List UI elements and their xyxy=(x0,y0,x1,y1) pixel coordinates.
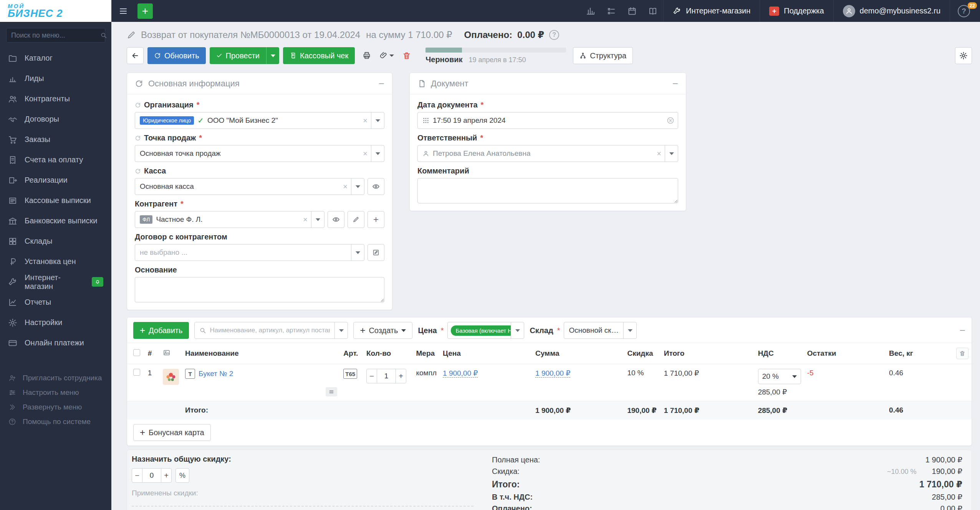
sidebar-item-contractors[interactable]: Контрагенты xyxy=(0,89,111,109)
attachments-button[interactable] xyxy=(379,47,395,64)
view-cashbox-button[interactable] xyxy=(368,178,384,195)
page-help-icon[interactable]: ? xyxy=(549,30,559,40)
update-button[interactable]: Обновить xyxy=(147,47,206,64)
sidebar-footer-invite[interactable]: Пригласить сотрудника xyxy=(0,371,111,385)
warehouse-value: Основной склад xyxy=(569,326,619,335)
bonus-card-button[interactable]: + Бонусная карта xyxy=(133,424,211,441)
dropdown-caret[interactable] xyxy=(351,178,364,195)
qty-plus-button[interactable]: + xyxy=(396,369,406,383)
sidebar-item-warehouses[interactable]: Склады xyxy=(0,231,111,251)
discount-input[interactable] xyxy=(142,468,161,483)
status-progress-bar[interactable] xyxy=(425,48,566,53)
sidebar-search-input[interactable] xyxy=(11,31,100,40)
app-logo[interactable]: МОЙ БИЗНЕС 2 xyxy=(0,0,111,22)
product-name-link[interactable]: Букет № 2 xyxy=(199,370,233,378)
sidebar-item-catalog[interactable]: Каталог xyxy=(0,48,111,68)
price-link[interactable]: 1 900,00 ₽ xyxy=(443,369,478,378)
sidebar-item-invoices[interactable]: Счета на оплату xyxy=(0,150,111,170)
open-contract-button[interactable] xyxy=(368,244,384,261)
collapse-button[interactable]: − xyxy=(379,79,384,89)
warehouse-select[interactable]: Основной склад xyxy=(564,322,637,339)
cashbox-value: Основная касса xyxy=(140,182,194,191)
discount-plus-button[interactable]: + xyxy=(161,468,172,483)
sidebar-item-leads[interactable]: Лиды xyxy=(0,68,111,89)
delete-rows-button[interactable] xyxy=(956,348,968,359)
qty-input[interactable] xyxy=(377,369,396,383)
post-button[interactable]: Провести xyxy=(210,47,266,64)
sidebar-item-cash-statements[interactable]: Кассовые выписки xyxy=(0,190,111,211)
sidebar-footer-configure-menu[interactable]: Настроить меню xyxy=(0,385,111,400)
user-menu[interactable]: demo@mybusiness2.ru xyxy=(833,0,950,22)
add-product-button[interactable]: + Добавить xyxy=(133,322,189,339)
organization-select[interactable]: Юридическое лицо ✓ ООО "Мой Бизнес 2" × xyxy=(135,112,384,129)
product-thumbnail[interactable] xyxy=(163,369,179,385)
view-contractor-button[interactable] xyxy=(328,211,344,228)
tasks-icon[interactable] xyxy=(601,0,622,22)
vat-rate-select[interactable]: 20 % xyxy=(758,369,801,384)
sidebar-item-contracts[interactable]: Договоры xyxy=(0,109,111,129)
discount-minus-button[interactable]: − xyxy=(132,468,142,483)
sidebar-item-reports[interactable]: Отчеты xyxy=(0,292,111,312)
clear-icon[interactable]: × xyxy=(339,182,351,191)
cashbox-select[interactable]: Основная касса × xyxy=(135,178,364,195)
sidebar-item-orders[interactable]: Заказы xyxy=(0,129,111,150)
contract-select[interactable]: не выбрано ... xyxy=(135,244,364,261)
print-button[interactable] xyxy=(359,47,375,64)
dropdown-caret[interactable] xyxy=(623,322,636,338)
receipt-button[interactable]: Кассовый чек xyxy=(283,47,355,64)
quick-add-button[interactable]: + xyxy=(137,3,153,19)
sidebar-item-sales[interactable]: Реализации xyxy=(0,170,111,190)
knowledge-base-icon[interactable] xyxy=(642,0,663,22)
select-all-checkbox[interactable] xyxy=(133,349,140,356)
sidebar-footer-help[interactable]: Помощь по системе xyxy=(0,414,111,429)
dropdown-caret[interactable] xyxy=(334,322,348,338)
integrations-button[interactable] xyxy=(955,47,972,64)
dropdown-caret[interactable] xyxy=(665,145,678,162)
clear-icon[interactable]: × xyxy=(653,149,665,158)
clear-circle-icon[interactable] xyxy=(663,117,678,124)
post-dropdown-button[interactable] xyxy=(266,47,279,64)
sidebar-footer-expand-menu[interactable]: Развернуть меню xyxy=(0,400,111,414)
dropdown-caret[interactable] xyxy=(511,322,524,338)
responsible-select[interactable]: Петрова Елена Анатольевна × xyxy=(417,145,678,162)
structure-button[interactable]: Структура xyxy=(573,47,633,64)
collapse-button[interactable]: − xyxy=(672,79,678,89)
internet-shop-topbar-link[interactable]: Интернет-магазин xyxy=(663,0,760,22)
sidebar-item-online-store[interactable]: Интернет-магазин xyxy=(0,272,111,292)
price-type-select[interactable]: Базовая (включает НДС) xyxy=(447,322,524,339)
basis-textarea[interactable] xyxy=(135,277,384,302)
sidebar-item-settings[interactable]: Настройки xyxy=(0,312,111,333)
support-link[interactable]: + Поддержка xyxy=(760,0,833,22)
delete-button[interactable] xyxy=(399,47,415,64)
sales-point-select[interactable]: Основная точка продаж × xyxy=(135,145,384,162)
dropdown-caret[interactable] xyxy=(311,211,324,228)
comment-textarea[interactable] xyxy=(417,178,678,203)
edit-contractor-button[interactable] xyxy=(348,211,364,228)
row-checkbox[interactable] xyxy=(133,369,140,376)
discount-percent-button[interactable]: % xyxy=(175,468,189,483)
document-date-input[interactable]: 17:50 19 апреля 2024 xyxy=(417,112,678,129)
sidebar-item-online-payments[interactable]: Онлайн платежи xyxy=(0,333,111,353)
calendar-icon[interactable] xyxy=(622,0,642,22)
grid-dots-icon xyxy=(422,117,429,124)
dropdown-caret[interactable] xyxy=(371,112,384,129)
clear-icon[interactable]: × xyxy=(359,149,371,158)
help-button[interactable]: ? 22 xyxy=(950,0,980,22)
dropdown-caret[interactable] xyxy=(371,145,384,162)
clear-icon[interactable]: × xyxy=(359,116,371,125)
sum-link[interactable]: 1 900,00 ₽ xyxy=(535,369,570,378)
back-button[interactable] xyxy=(127,47,144,64)
contractor-select[interactable]: ФЛ Частное Ф. Л. × xyxy=(135,211,324,228)
kanban-icon[interactable] xyxy=(580,0,601,22)
collapse-button[interactable]: − xyxy=(960,325,965,335)
sidebar-item-bank-statements[interactable]: Банковские выписки xyxy=(0,211,111,231)
sidebar-item-pricing[interactable]: Установка цен xyxy=(0,251,111,272)
menu-toggle-button[interactable] xyxy=(111,0,135,22)
clear-icon[interactable]: × xyxy=(300,215,311,224)
dropdown-caret[interactable] xyxy=(351,244,364,261)
product-search-input[interactable] xyxy=(210,327,330,334)
qty-minus-button[interactable]: − xyxy=(366,369,377,383)
row-expander-button[interactable] xyxy=(326,387,337,396)
add-contractor-button[interactable]: + xyxy=(368,211,384,228)
create-product-button[interactable]: + Создать xyxy=(353,322,412,339)
